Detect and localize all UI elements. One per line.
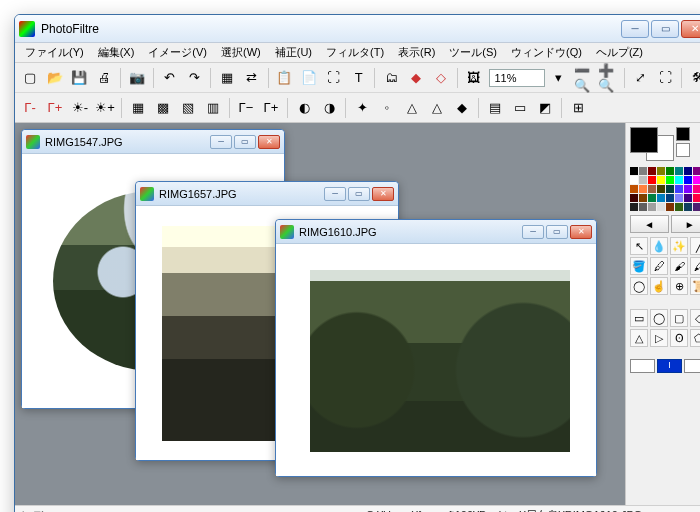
doc-minimize-button[interactable]: ─ <box>324 187 346 201</box>
titlebar[interactable]: PhotoFiltre ─ ▭ ✕ <box>15 15 700 43</box>
palette-cell[interactable] <box>693 203 700 211</box>
palette-cell[interactable] <box>648 167 656 175</box>
palette-cell[interactable] <box>684 185 692 193</box>
menu-adjust[interactable]: 補正(U) <box>269 43 318 62</box>
text-icon[interactable]: T <box>348 67 370 89</box>
palette-cell[interactable] <box>657 194 665 202</box>
palette-cell[interactable] <box>693 185 700 193</box>
gradient-icon[interactable]: ▤ <box>484 97 506 119</box>
pipette-icon[interactable]: 💧 <box>650 237 668 255</box>
dust-icon[interactable]: ✦ <box>351 97 373 119</box>
palette-cell[interactable] <box>666 185 674 193</box>
copy-icon[interactable]: 📋 <box>274 67 296 89</box>
doc-close-button[interactable]: ✕ <box>372 187 394 201</box>
browse-icon[interactable]: 🖼 <box>463 67 485 89</box>
fg-color[interactable] <box>630 127 658 153</box>
gamma-minus-icon[interactable]: Γ− <box>235 97 257 119</box>
palette-cell[interactable] <box>639 176 647 184</box>
undo-icon[interactable]: ↶ <box>159 67 181 89</box>
window-close-button[interactable]: ✕ <box>681 20 700 38</box>
open-icon[interactable]: 📂 <box>44 67 66 89</box>
palette-cell[interactable] <box>630 185 638 193</box>
doc-maximize-button[interactable]: ▭ <box>234 135 256 149</box>
palette-cell[interactable] <box>675 176 683 184</box>
gamma-plus-icon[interactable]: Γ+ <box>260 97 282 119</box>
print-icon[interactable]: 🖨 <box>93 67 115 89</box>
doc-canvas[interactable] <box>276 244 596 476</box>
doc-close-button[interactable]: ✕ <box>258 135 280 149</box>
doc-close-button[interactable]: ✕ <box>570 225 592 239</box>
wand-icon[interactable]: ✨ <box>670 237 688 255</box>
color-palette[interactable] <box>630 167 700 211</box>
mini-swatch-icon[interactable] <box>676 143 690 157</box>
diamond-icon[interactable]: ◇ <box>690 309 700 327</box>
line-icon[interactable]: ╱ <box>690 237 700 255</box>
doc-window-3[interactable]: RIMG1610.JPG ─ ▭ ✕ <box>275 219 597 477</box>
sharpen-icon[interactable]: △ <box>401 97 423 119</box>
sample-color-3[interactable] <box>684 359 700 373</box>
menu-select[interactable]: 選択(W) <box>215 43 267 62</box>
palette-cell[interactable] <box>630 203 638 211</box>
paste-icon[interactable]: 📄 <box>298 67 320 89</box>
smudge-icon[interactable]: ☝ <box>650 277 668 295</box>
window-minimize-button[interactable]: ─ <box>621 20 649 38</box>
sample-color-2[interactable]: I <box>657 359 682 373</box>
save-icon[interactable]: 💾 <box>68 67 90 89</box>
sample-color-1[interactable] <box>630 359 655 373</box>
palette-cell[interactable] <box>630 176 638 184</box>
lasso-icon[interactable]: ʘ <box>670 329 688 347</box>
palette-next-button[interactable]: ► <box>671 215 701 233</box>
scroll-icon[interactable]: 📜 <box>690 277 700 295</box>
module-icon[interactable]: ⊞ <box>567 97 589 119</box>
palette-cell[interactable] <box>684 194 692 202</box>
palette-cell[interactable] <box>648 203 656 211</box>
window-maximize-button[interactable]: ▭ <box>651 20 679 38</box>
menu-filter[interactable]: フィルタ(T) <box>320 43 390 62</box>
grayscale-icon[interactable]: ◐ <box>293 97 315 119</box>
palette-cell[interactable] <box>666 194 674 202</box>
triangle-icon[interactable]: △ <box>630 329 648 347</box>
fullscreen-icon[interactable]: ⛶ <box>655 67 677 89</box>
menu-view[interactable]: 表示(R) <box>392 43 441 62</box>
palette-cell[interactable] <box>639 194 647 202</box>
auto-contrast-icon[interactable]: ☀+ <box>94 97 116 119</box>
resize-icon[interactable]: ⛶ <box>323 67 345 89</box>
palette-cell[interactable] <box>630 194 638 202</box>
polygon-icon[interactable]: ⬠ <box>690 329 700 347</box>
clone-icon[interactable]: ⊕ <box>670 277 688 295</box>
new-icon[interactable]: ▢ <box>19 67 41 89</box>
layers-icon[interactable]: 🗂 <box>380 67 402 89</box>
palette-cell[interactable] <box>675 167 683 175</box>
auto1-icon[interactable]: ◆ <box>405 67 427 89</box>
bright-plus-icon[interactable]: Γ+ <box>44 97 66 119</box>
color-swatch[interactable] <box>630 127 700 163</box>
palette-cell[interactable] <box>693 194 700 202</box>
zoom-input[interactable]: 11% <box>489 69 544 87</box>
square1-icon[interactable]: ▦ <box>127 97 149 119</box>
palette-cell[interactable] <box>657 203 665 211</box>
palette-cell[interactable] <box>666 203 674 211</box>
palette-cell[interactable] <box>657 185 665 193</box>
palette-cell[interactable] <box>639 203 647 211</box>
menu-edit[interactable]: 編集(X) <box>92 43 141 62</box>
square3-icon[interactable]: ▧ <box>177 97 199 119</box>
bright-minus-icon[interactable]: Γ- <box>19 97 41 119</box>
zoom-out-icon[interactable]: ➖🔍 <box>573 67 595 89</box>
palette-cell[interactable] <box>639 167 647 175</box>
palette-cell[interactable] <box>675 185 683 193</box>
rgb-icon[interactable]: ▦ <box>216 67 238 89</box>
palette-cell[interactable] <box>666 176 674 184</box>
sepia-icon[interactable]: ◑ <box>318 97 340 119</box>
menu-help[interactable]: ヘルプ(Z) <box>590 43 649 62</box>
menu-tool[interactable]: ツール(S) <box>443 43 503 62</box>
rect-icon[interactable]: ▭ <box>630 309 648 327</box>
redo-icon[interactable]: ↷ <box>183 67 205 89</box>
palette-cell[interactable] <box>648 194 656 202</box>
zoom-in-icon[interactable]: ➕🔍 <box>597 67 619 89</box>
doc-minimize-button[interactable]: ─ <box>210 135 232 149</box>
palette-cell[interactable] <box>657 167 665 175</box>
triangle2-icon[interactable]: ▷ <box>650 329 668 347</box>
palette-cell[interactable] <box>693 167 700 175</box>
auto2-icon[interactable]: ◇ <box>430 67 452 89</box>
mini-swatch-icon[interactable] <box>676 127 690 141</box>
